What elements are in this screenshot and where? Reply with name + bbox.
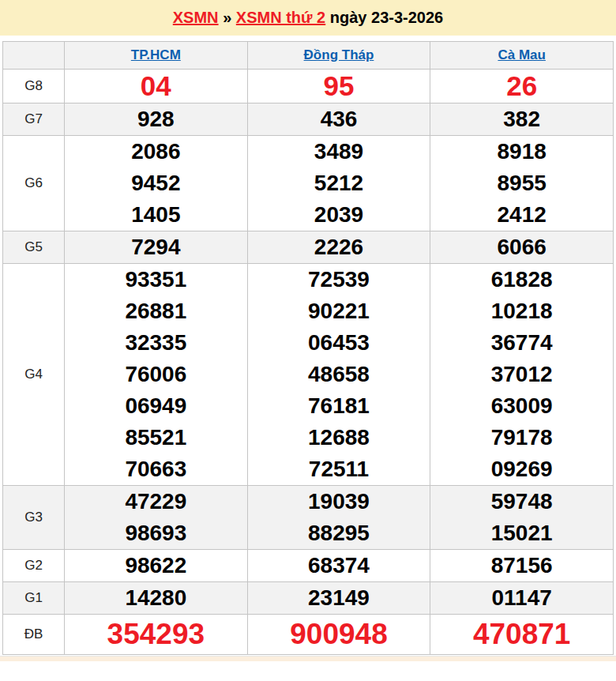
prize-cell-tphcm: 7294: [65, 231, 248, 264]
prize-number: 2412: [430, 199, 613, 231]
results-body: G8049526G7928436382G62086945214053489521…: [3, 70, 614, 655]
province-link-camau[interactable]: Cà Mau: [498, 47, 545, 62]
xsmn-day-link[interactable]: XSMN thứ 2: [236, 9, 325, 27]
prize-number: 48658: [248, 359, 430, 390]
results-table-container: TP.HCM Đồng Tháp Cà Mau G8049526G7928436…: [0, 36, 616, 655]
prize-number: 3489: [248, 136, 430, 167]
prize-number: 98693: [65, 517, 247, 549]
prize-cell-tphcm: 208694521405: [65, 136, 248, 231]
prize-number: 06949: [65, 390, 247, 422]
prize-number: 09269: [430, 453, 613, 485]
title-separator: »: [219, 9, 236, 27]
prize-cell-dongthap: 23149: [247, 582, 430, 615]
prize-number: 15021: [430, 517, 613, 549]
prize-number: 76006: [65, 359, 247, 390]
prize-number: 95: [248, 70, 430, 103]
prize-number: 61828: [430, 264, 613, 295]
prize-number: 23149: [248, 582, 430, 614]
prize-number: 14280: [65, 582, 247, 614]
prize-row-g5: G5729422266066: [3, 231, 614, 264]
prize-label: G1: [3, 582, 65, 615]
prize-number: 93351: [65, 264, 247, 295]
prize-number: 01147: [430, 582, 613, 614]
prize-number: 88295: [248, 517, 430, 549]
prize-cell-tphcm: 04: [65, 70, 248, 103]
prize-number: 59748: [430, 486, 613, 517]
prize-row-g6: G6208694521405348952122039891889552412: [3, 136, 614, 231]
prize-number: 79178: [430, 422, 613, 453]
prize-row-g1: G1142802314901147: [3, 582, 614, 615]
prize-label: G3: [3, 486, 65, 550]
prize-label: G8: [3, 70, 65, 103]
prize-number: 900948: [248, 615, 430, 654]
prize-number: 354293: [65, 615, 247, 654]
prize-number: 2039: [248, 199, 430, 231]
prize-label: G2: [3, 550, 65, 582]
prize-number: 98622: [65, 550, 247, 581]
prize-number: 2226: [248, 231, 430, 263]
prize-label: G7: [3, 103, 65, 136]
xsmn-link[interactable]: XSMN: [173, 9, 219, 27]
prize-cell-dongthap: 436: [247, 103, 430, 136]
prize-label: ĐB: [3, 615, 65, 655]
prize-number: 382: [430, 103, 613, 135]
prize-number: 72539: [248, 264, 430, 295]
province-header-tphcm: TP.HCM: [65, 42, 248, 70]
prize-cell-tphcm: 354293: [65, 615, 248, 655]
prize-number: 436: [248, 103, 430, 135]
prize-cell-camau: 6066: [430, 231, 614, 264]
prize-number: 5212: [248, 167, 430, 199]
prize-number: 6066: [430, 231, 613, 263]
prize-number: 928: [65, 103, 247, 135]
prize-cell-dongthap: 348952122039: [247, 136, 430, 231]
prize-number: 68374: [248, 550, 430, 581]
corner-cell: [3, 42, 65, 70]
prize-number: 19039: [248, 486, 430, 517]
prize-cell-tphcm: 14280: [65, 582, 248, 615]
page-title: XSMN » XSMN thứ 2 ngày 23-3-2026: [0, 0, 616, 36]
prize-cell-camau: 61828102183677437012630097917809269: [430, 264, 614, 486]
prize-label: G6: [3, 136, 65, 231]
prize-cell-dongthap: 95: [247, 70, 430, 103]
prize-number: 32335: [65, 327, 247, 359]
prize-number: 1405: [65, 199, 247, 231]
prize-number: 04: [65, 70, 247, 103]
prize-number: 72511: [248, 453, 430, 485]
prize-number: 47229: [65, 486, 247, 517]
prize-cell-camau: 5974815021: [430, 486, 614, 550]
prize-cell-dongthap: 2226: [247, 231, 430, 264]
prize-number: 90221: [248, 295, 430, 327]
prize-row-g3: G3472299869319039882955974815021: [3, 486, 614, 550]
prize-number: 63009: [430, 390, 613, 422]
prize-cell-camau: 470871: [430, 615, 614, 655]
prize-cell-tphcm: 98622: [65, 550, 248, 582]
prize-number: 06453: [248, 327, 430, 359]
prize-row-g7: G7928436382: [3, 103, 614, 136]
prize-number: 85521: [65, 422, 247, 453]
prize-number: 26881: [65, 295, 247, 327]
prize-number: 37012: [430, 359, 613, 390]
prize-row-g4: G493351268813233576006069498552170663725…: [3, 264, 614, 486]
prize-number: 9452: [65, 167, 247, 199]
prize-number: 26: [430, 70, 613, 103]
prize-label: G4: [3, 264, 65, 486]
prize-number: 470871: [430, 615, 613, 654]
prize-number: 36774: [430, 327, 613, 359]
prize-number: 8918: [430, 136, 613, 167]
prize-number: 10218: [430, 295, 613, 327]
prize-cell-tphcm: 928: [65, 103, 248, 136]
province-header-row: TP.HCM Đồng Tháp Cà Mau: [3, 42, 614, 70]
prize-cell-dongthap: 1903988295: [247, 486, 430, 550]
province-link-tphcm[interactable]: TP.HCM: [131, 47, 181, 62]
prize-number: 7294: [65, 231, 247, 263]
prize-cell-camau: 382: [430, 103, 614, 136]
prize-number: 12688: [248, 422, 430, 453]
prize-cell-camau: 26: [430, 70, 614, 103]
prize-cell-dongthap: 900948: [247, 615, 430, 655]
prize-number: 70663: [65, 453, 247, 485]
prize-number: 87156: [430, 550, 613, 581]
province-header-dongthap: Đồng Tháp: [247, 42, 430, 70]
province-link-dongthap[interactable]: Đồng Tháp: [304, 47, 374, 62]
prize-cell-camau: 891889552412: [430, 136, 614, 231]
results-header: TP.HCM Đồng Tháp Cà Mau: [3, 42, 614, 70]
